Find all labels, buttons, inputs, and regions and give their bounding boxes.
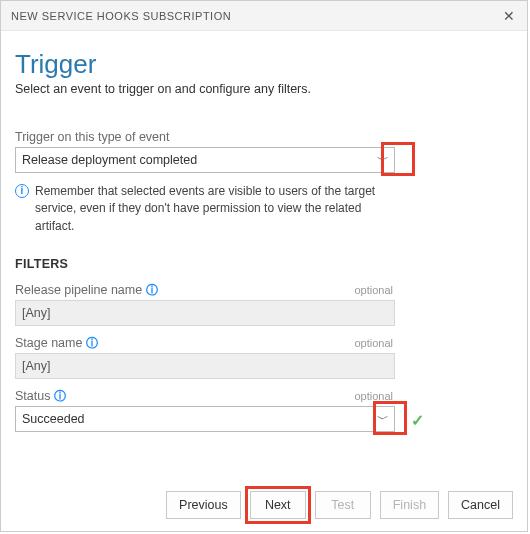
info-icon[interactable]: ⓘ: [146, 284, 158, 296]
trigger-event-label: Trigger on this type of event: [15, 130, 513, 144]
next-button-wrap: Next: [250, 491, 306, 519]
test-button: Test: [315, 491, 371, 519]
dialog-title: NEW SERVICE HOOKS SUBSCRIPTION: [11, 10, 231, 22]
stage-name-select-wrap: [Any]: [15, 353, 395, 379]
trigger-event-value: Release deployment completed: [22, 153, 197, 167]
cancel-button[interactable]: Cancel: [448, 491, 513, 519]
trigger-event-select-wrap: Release deployment completed ﹀: [15, 147, 395, 173]
info-note: i Remember that selected events are visi…: [15, 183, 395, 235]
stage-name-select[interactable]: [Any]: [15, 353, 395, 379]
info-icon[interactable]: ⓘ: [54, 390, 66, 402]
status-select[interactable]: Succeeded: [15, 406, 395, 432]
page-title: Trigger: [15, 49, 513, 80]
trigger-event-select[interactable]: Release deployment completed: [15, 147, 395, 173]
field-stage-name: Stage name ⓘ optional [Any]: [15, 336, 513, 379]
release-pipeline-label: Release pipeline name: [15, 283, 142, 297]
stage-name-value: [Any]: [22, 359, 51, 373]
dialog-content: Trigger Select an event to trigger on an…: [1, 31, 527, 432]
info-note-text: Remember that selected events are visibl…: [35, 183, 395, 235]
finish-button: Finish: [380, 491, 439, 519]
optional-label: optional: [354, 337, 393, 349]
field-trigger-event: Trigger on this type of event Release de…: [15, 130, 513, 173]
field-release-pipeline: Release pipeline name ⓘ optional [Any]: [15, 283, 513, 326]
close-icon[interactable]: ✕: [499, 6, 519, 26]
titlebar: NEW SERVICE HOOKS SUBSCRIPTION ✕: [1, 1, 527, 31]
info-icon[interactable]: ⓘ: [86, 337, 98, 349]
check-icon: ✓: [411, 411, 424, 430]
filters-heading: FILTERS: [15, 257, 513, 271]
status-label: Status: [15, 389, 50, 403]
dialog-button-row: Previous Next Test Finish Cancel: [166, 491, 513, 519]
status-value: Succeeded: [22, 412, 85, 426]
page-subtitle: Select an event to trigger on and config…: [15, 82, 513, 96]
release-pipeline-select-wrap: [Any]: [15, 300, 395, 326]
optional-label: optional: [354, 390, 393, 402]
info-icon: i: [15, 184, 29, 198]
status-select-wrap: Succeeded ﹀: [15, 406, 395, 432]
release-pipeline-value: [Any]: [22, 306, 51, 320]
release-pipeline-select[interactable]: [Any]: [15, 300, 395, 326]
stage-name-label: Stage name: [15, 336, 82, 350]
dialog-new-service-hooks: NEW SERVICE HOOKS SUBSCRIPTION ✕ Trigger…: [0, 0, 528, 532]
next-button[interactable]: Next: [250, 491, 306, 519]
optional-label: optional: [354, 284, 393, 296]
field-status: Status ⓘ optional Succeeded ﹀ ✓: [15, 389, 513, 432]
previous-button[interactable]: Previous: [166, 491, 241, 519]
